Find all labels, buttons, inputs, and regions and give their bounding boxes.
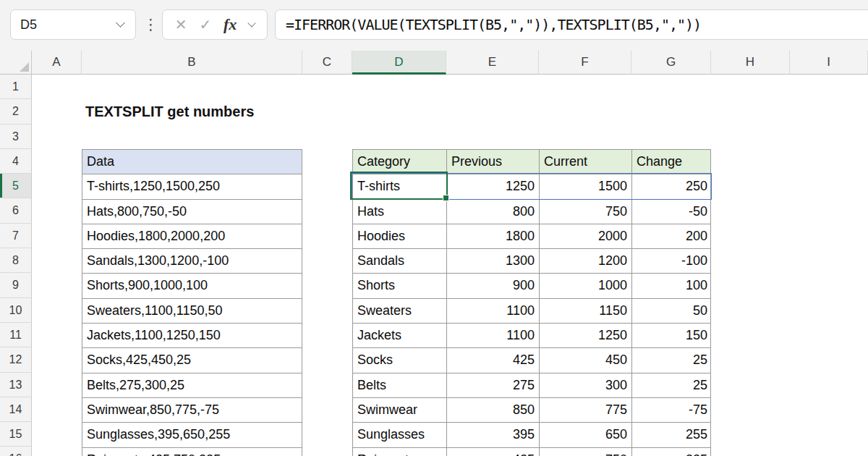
- cell-G13[interactable]: 25: [632, 373, 711, 397]
- cell-E15[interactable]: 395: [447, 423, 540, 447]
- cell-F6[interactable]: 750: [540, 200, 632, 224]
- cell-E9[interactable]: 900: [447, 274, 540, 297]
- cell-D13[interactable]: Belts: [353, 373, 447, 397]
- cell-D6[interactable]: Hats: [353, 200, 447, 224]
- fill-handle[interactable]: [443, 195, 449, 201]
- cell-B15[interactable]: Sunglasses,395,650,255: [82, 423, 302, 447]
- formula-bar[interactable]: =IFERROR(VALUE(TEXTSPLIT(B5,",")),TEXTSP…: [275, 9, 868, 40]
- cell-B6[interactable]: Hats,800,750,-50: [82, 200, 302, 224]
- row-header-6[interactable]: 6: [0, 198, 32, 223]
- cell-B12[interactable]: Socks,425,450,25: [82, 348, 302, 372]
- cell-D9[interactable]: Shorts: [353, 274, 447, 297]
- cancel-icon[interactable]: ✕: [175, 17, 187, 32]
- cell-E7[interactable]: 1800: [447, 224, 540, 248]
- column-header-G[interactable]: G: [631, 51, 711, 75]
- cell-G8[interactable]: -100: [632, 249, 711, 273]
- cell-D14[interactable]: Swimwear: [353, 398, 447, 422]
- cell-F8[interactable]: 1200: [540, 249, 632, 273]
- cell-F15[interactable]: 650: [540, 423, 632, 447]
- cell-E14[interactable]: 850: [447, 398, 540, 422]
- row-header-5[interactable]: 5: [0, 174, 32, 198]
- cell-F7[interactable]: 2000: [540, 224, 632, 248]
- cell-B10[interactable]: Sweaters,1100,1150,50: [82, 299, 302, 323]
- row-header-8[interactable]: 8: [0, 248, 32, 273]
- column-header-E[interactable]: E: [446, 51, 539, 75]
- cell-F13[interactable]: 300: [540, 373, 632, 397]
- row-header-3[interactable]: 3: [0, 124, 32, 149]
- cell-G7[interactable]: 200: [632, 224, 711, 248]
- cell-G12[interactable]: 25: [632, 348, 711, 372]
- cell-E16[interactable]: 425: [447, 448, 540, 456]
- cell-D4[interactable]: Category: [353, 150, 447, 174]
- cell-F4[interactable]: Current: [540, 150, 632, 174]
- cell-E4[interactable]: Previous: [447, 150, 540, 174]
- cell-D8[interactable]: Sandals: [353, 249, 447, 273]
- cell-D7[interactable]: Hoodies: [353, 224, 447, 248]
- cell-F16[interactable]: 750: [540, 448, 632, 456]
- column-header-D[interactable]: D: [352, 51, 446, 75]
- cell-B16[interactable]: Raincoats,425,750,325: [82, 448, 302, 456]
- cell-B9[interactable]: Shorts,900,1000,100: [82, 274, 302, 297]
- name-box[interactable]: D5: [10, 9, 136, 40]
- row-header-7[interactable]: 7: [0, 224, 32, 248]
- cell-D10[interactable]: Sweaters: [353, 299, 447, 323]
- column-header-B[interactable]: B: [82, 51, 302, 75]
- cell-B8[interactable]: Sandals,1300,1200,-100: [82, 249, 302, 273]
- row-header-15[interactable]: 15: [0, 422, 32, 447]
- cell-G15[interactable]: 255: [632, 423, 711, 447]
- cell-E13[interactable]: 275: [447, 373, 540, 397]
- row-header-2[interactable]: 2: [0, 99, 32, 124]
- column-header-C[interactable]: C: [302, 51, 352, 75]
- cell-G11[interactable]: 150: [632, 324, 711, 347]
- sheet-title-cell[interactable]: TEXTSPLIT get numbers: [85, 99, 254, 124]
- cell-F11[interactable]: 1250: [540, 324, 632, 347]
- cell-G14[interactable]: -75: [632, 398, 711, 422]
- cell-E11[interactable]: 1100: [447, 324, 540, 347]
- cell-F14[interactable]: 775: [540, 398, 632, 422]
- cell-D11[interactable]: Jackets: [353, 324, 447, 347]
- row-header-11[interactable]: 11: [0, 323, 32, 347]
- cell-G6[interactable]: -50: [632, 200, 711, 224]
- cell-B11[interactable]: Jackets,1100,1250,150: [82, 324, 302, 347]
- cell-F12[interactable]: 450: [540, 348, 632, 372]
- row-header-9[interactable]: 9: [0, 273, 32, 297]
- cell-G9[interactable]: 100: [632, 274, 711, 297]
- more-options-icon[interactable]: ⋮: [143, 14, 153, 35]
- cell-F5[interactable]: 1500: [540, 174, 632, 198]
- column-header-H[interactable]: H: [711, 51, 790, 75]
- row-header-13[interactable]: 13: [0, 373, 32, 397]
- select-all-corner[interactable]: [0, 51, 32, 75]
- row-header-4[interactable]: 4: [0, 149, 32, 174]
- cell-G10[interactable]: 50: [632, 299, 711, 323]
- cell-F10[interactable]: 1150: [540, 299, 632, 323]
- column-header-F[interactable]: F: [539, 51, 631, 75]
- column-header-A[interactable]: A: [32, 51, 82, 75]
- chevron-down-icon[interactable]: [116, 18, 125, 28]
- cell-F9[interactable]: 1000: [540, 274, 632, 297]
- cell-B13[interactable]: Belts,275,300,25: [82, 373, 302, 397]
- cell-B5[interactable]: T-shirts,1250,1500,250: [82, 174, 302, 198]
- cell-G16[interactable]: 325: [632, 448, 711, 456]
- enter-icon[interactable]: ✓: [199, 17, 211, 32]
- worksheet[interactable]: TEXTSPLIT get numbers DataT-shirts,1250,…: [32, 75, 868, 456]
- cell-G4[interactable]: Change: [632, 150, 711, 174]
- cell-B7[interactable]: Hoodies,1800,2000,200: [82, 224, 302, 248]
- cell-D16[interactable]: Raincoats: [353, 448, 447, 456]
- row-header-10[interactable]: 10: [0, 298, 32, 323]
- row-header-16[interactable]: 16: [0, 447, 32, 456]
- cell-E5[interactable]: 1250: [447, 174, 540, 198]
- column-header-I[interactable]: I: [790, 51, 868, 75]
- row-header-14[interactable]: 14: [0, 397, 32, 422]
- cell-B14[interactable]: Swimwear,850,775,-75: [82, 398, 302, 422]
- cell-E12[interactable]: 425: [447, 348, 540, 372]
- row-header-12[interactable]: 12: [0, 347, 32, 372]
- cell-D12[interactable]: Socks: [353, 348, 447, 372]
- insert-function-icon[interactable]: fx: [224, 15, 237, 34]
- cell-D15[interactable]: Sunglasses: [353, 423, 447, 447]
- cell-E8[interactable]: 1300: [447, 249, 540, 273]
- cell-E10[interactable]: 1100: [447, 299, 540, 323]
- cell-B4[interactable]: Data: [82, 150, 302, 174]
- chevron-down-icon[interactable]: [248, 19, 256, 27]
- row-header-1[interactable]: 1: [0, 75, 32, 99]
- cell-E6[interactable]: 800: [447, 200, 540, 224]
